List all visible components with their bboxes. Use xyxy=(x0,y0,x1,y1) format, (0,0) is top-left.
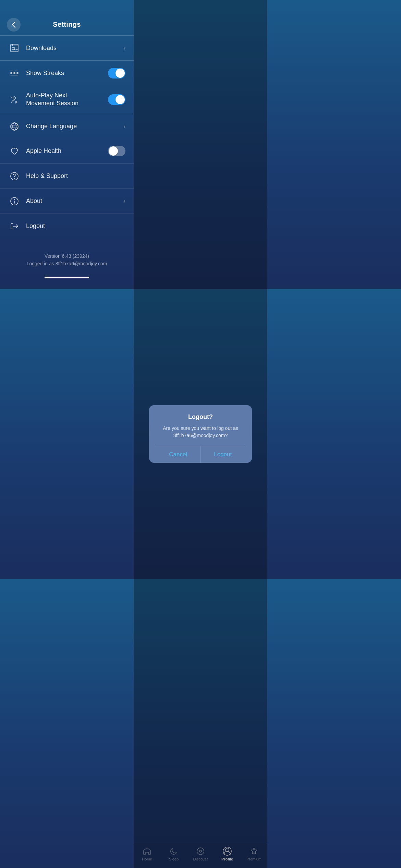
help-support-row[interactable]: Help & Support xyxy=(0,164,134,189)
about-chevron: › xyxy=(123,197,125,205)
svg-point-18 xyxy=(11,172,18,180)
settings-section-logout: Logout xyxy=(0,214,134,239)
svg-point-15 xyxy=(13,123,16,130)
page-title: Settings xyxy=(53,21,81,28)
svg-point-14 xyxy=(11,123,18,130)
svg-point-12 xyxy=(13,97,16,99)
downloads-icon xyxy=(8,42,21,54)
change-language-label: Change Language xyxy=(26,123,123,130)
settings-section-downloads: Downloads › xyxy=(0,36,134,60)
help-support-label: Help & Support xyxy=(26,172,125,180)
language-chevron: › xyxy=(123,123,125,130)
help-icon xyxy=(8,170,21,182)
logged-in-text: Logged in as 8ff1b7a6@moodjoy.com xyxy=(7,260,127,267)
apple-health-thumb xyxy=(109,146,118,156)
home-bar xyxy=(45,277,89,278)
downloads-label: Downloads xyxy=(26,45,123,52)
version-text: Version 6.43 (23924) xyxy=(7,252,127,260)
logout-icon xyxy=(8,220,21,232)
svg-point-8 xyxy=(17,72,18,74)
svg-rect-3 xyxy=(12,48,15,50)
svg-point-6 xyxy=(11,72,12,74)
language-icon xyxy=(8,120,21,133)
downloads-chevron: › xyxy=(123,45,125,52)
autoplay-toggle[interactable] xyxy=(108,94,125,105)
autoplay-label: Auto-Play NextMovement Session xyxy=(26,92,108,108)
apple-health-toggle[interactable] xyxy=(108,146,125,156)
apple-health-row[interactable]: Apple Health xyxy=(0,139,134,164)
about-label: About xyxy=(26,197,123,205)
settings-section-about: About › xyxy=(0,189,134,214)
svg-point-22 xyxy=(14,200,15,200)
show-streaks-toggle[interactable] xyxy=(108,68,125,79)
autoplay-icon xyxy=(8,93,21,106)
about-icon xyxy=(8,195,21,207)
logout-row[interactable]: Logout xyxy=(0,214,134,239)
header: Settings xyxy=(0,0,134,35)
about-row[interactable]: About › xyxy=(0,189,134,214)
show-streaks-label: Show Streaks xyxy=(26,70,108,77)
autoplay-row[interactable]: Auto-Play NextMovement Session xyxy=(0,85,134,114)
apple-health-icon xyxy=(8,145,21,157)
show-streaks-row[interactable]: Show Streaks xyxy=(0,61,134,85)
svg-line-13 xyxy=(11,97,12,98)
apple-health-label: Apple Health xyxy=(26,147,108,155)
settings-section-help: Help & Support xyxy=(0,164,134,189)
back-button[interactable] xyxy=(7,18,21,32)
logout-label: Logout xyxy=(26,222,125,230)
settings-section-language: Change Language › Apple Health xyxy=(0,114,134,164)
downloads-row[interactable]: Downloads › xyxy=(0,36,134,60)
version-info: Version 6.43 (23924) Logged in as 8ff1b7… xyxy=(0,239,134,275)
streaks-icon xyxy=(8,67,21,79)
show-streaks-thumb xyxy=(116,69,125,78)
autoplay-thumb xyxy=(116,95,125,104)
change-language-row[interactable]: Change Language › xyxy=(0,114,134,139)
settings-section-toggles: Show Streaks Auto-Play NextMovement Sess… xyxy=(0,61,134,114)
svg-point-7 xyxy=(14,72,15,74)
svg-point-19 xyxy=(14,178,15,178)
